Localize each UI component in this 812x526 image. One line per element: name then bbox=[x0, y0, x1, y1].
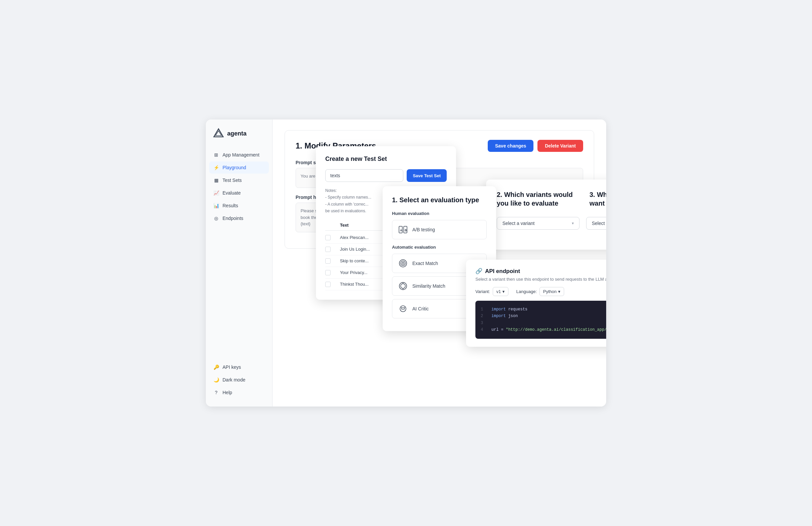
api-icon: 🔗 bbox=[475, 268, 482, 275]
sidebar-item-dark-mode[interactable]: 🌙 Dark mode bbox=[209, 374, 269, 386]
variant-label: Variant: bbox=[475, 289, 490, 294]
logo-text: agenta bbox=[227, 130, 247, 137]
row-checkbox[interactable] bbox=[325, 270, 331, 275]
sidebar: agenta ⊞ App Management ⚡ Playground ▦ T… bbox=[206, 119, 273, 407]
human-eval-section: Human evaluation A B A/B testing bbox=[392, 211, 487, 239]
save-testset-button[interactable]: Save Test Set bbox=[407, 169, 447, 182]
api-description: Select a variant then use this endpoint … bbox=[475, 277, 606, 282]
variants-dropdowns: Select a variant ▾ Select a Test set ▾ bbox=[497, 217, 606, 230]
testset-select-label: Select a Test set bbox=[592, 221, 606, 226]
testset-select-dropdown[interactable]: Select a Test set ▾ bbox=[586, 217, 606, 230]
api-card-title: 🔗 API endpoint bbox=[475, 268, 606, 275]
circle-icon: ◎ bbox=[213, 215, 219, 221]
brain-icon bbox=[398, 303, 408, 314]
language-select[interactable]: Python ▾ bbox=[539, 287, 564, 296]
svg-point-8 bbox=[402, 262, 404, 264]
create-testset-title: Create a new Test Set bbox=[325, 156, 447, 162]
app-container: agenta ⊞ App Management ⚡ Playground ▦ T… bbox=[206, 119, 606, 407]
api-controls: Variant: v1 ▾ Language: Python ▾ Copy bbox=[475, 287, 606, 296]
svg-point-15 bbox=[404, 308, 405, 308]
variants-col2-title: 2. Which variants would you like to eval… bbox=[497, 190, 576, 208]
question-icon: ? bbox=[213, 389, 219, 396]
sidebar-item-label: Results bbox=[222, 203, 238, 208]
exact-match-label: Exact Match bbox=[412, 261, 438, 266]
svg-point-14 bbox=[401, 308, 402, 308]
auto-eval-label: Automatic evaluation bbox=[392, 245, 487, 250]
row-checkbox[interactable] bbox=[325, 258, 331, 264]
human-eval-label: Human evaluation bbox=[392, 211, 487, 216]
sidebar-nav: ⊞ App Management ⚡ Playground ▦ Test Set… bbox=[206, 149, 272, 361]
ai-critic-label: AI Critic bbox=[412, 306, 429, 311]
table-icon: ▦ bbox=[213, 177, 219, 183]
delete-variant-button[interactable]: Delete Variant bbox=[537, 140, 583, 152]
sidebar-item-label: Endpoints bbox=[222, 216, 243, 221]
sidebar-item-help[interactable]: ? Help bbox=[209, 386, 269, 398]
target-icon bbox=[398, 258, 408, 269]
svg-text:B: B bbox=[405, 229, 407, 232]
api-endpoint-card: 🔗 API endpoint Select a variant then use… bbox=[466, 260, 606, 347]
sidebar-item-playground[interactable]: ⚡ Playground bbox=[209, 161, 269, 173]
similarity-match-label: Similarity Match bbox=[412, 283, 445, 289]
coin-icon bbox=[398, 281, 408, 292]
code-line-4: 4 url = "http://demo.agenta.ai/classific… bbox=[481, 326, 606, 333]
sidebar-item-label: API keys bbox=[222, 365, 241, 370]
save-changes-button[interactable]: Save changes bbox=[488, 140, 534, 152]
grid-icon: ⊞ bbox=[213, 152, 219, 158]
chevron-down-icon: ▾ bbox=[558, 289, 561, 294]
sidebar-item-results[interactable]: 📊 Results bbox=[209, 200, 269, 212]
main-content: 1. Modify Parameters Save changes Delete… bbox=[273, 119, 606, 407]
ab-testing-label: A/B testing bbox=[412, 227, 435, 232]
bar-chart-icon: 📊 bbox=[213, 203, 219, 209]
sidebar-item-endpoints[interactable]: ◎ Endpoints bbox=[209, 212, 269, 224]
chevron-down-icon: ▾ bbox=[503, 289, 505, 294]
sidebar-item-label: Evaluate bbox=[222, 190, 241, 196]
code-line-2: 2 import json bbox=[481, 313, 606, 319]
variant-select[interactable]: v1 ▾ bbox=[493, 287, 508, 296]
logo-icon bbox=[213, 128, 224, 140]
chevron-down-icon: ▾ bbox=[572, 221, 574, 226]
sidebar-item-test-sets[interactable]: ▦ Test Sets bbox=[209, 174, 269, 186]
eval-step-title: 1. Select an evaluation type bbox=[392, 196, 487, 204]
moon-icon: 🌙 bbox=[213, 377, 219, 383]
header-buttons: Save changes Delete Variant bbox=[488, 140, 583, 152]
sidebar-item-label: Playground bbox=[222, 165, 246, 170]
svg-point-10 bbox=[401, 284, 405, 288]
row-checkbox[interactable] bbox=[325, 282, 331, 287]
ab-testing-button[interactable]: A B A/B testing bbox=[392, 220, 487, 239]
sidebar-item-app-management[interactable]: ⊞ App Management bbox=[209, 149, 269, 161]
variant-control: Variant: v1 ▾ Language: Python ▾ bbox=[475, 287, 564, 296]
svg-text:A: A bbox=[400, 229, 402, 232]
chart-line-icon: 📈 bbox=[213, 190, 219, 196]
code-block: 1 import requests 2 import json 3 4 url … bbox=[475, 301, 606, 339]
key-icon: 🔑 bbox=[213, 364, 219, 370]
ab-icon: A B bbox=[398, 224, 408, 235]
testset-name-input[interactable] bbox=[325, 169, 403, 182]
variants-testset-card: 2. Which variants would you like to eval… bbox=[486, 180, 606, 250]
code-line-1: 1 import requests bbox=[481, 306, 606, 313]
row-checkbox[interactable] bbox=[325, 235, 331, 240]
variants-header: 2. Which variants would you like to eval… bbox=[497, 190, 606, 208]
sidebar-item-api-keys[interactable]: 🔑 API keys bbox=[209, 361, 269, 373]
sidebar-item-label: Help bbox=[222, 390, 232, 395]
row-checkbox[interactable] bbox=[325, 247, 331, 252]
sidebar-item-label: App Management bbox=[222, 152, 260, 158]
code-line-3: 3 bbox=[481, 320, 606, 326]
testset-input-row: Save Test Set bbox=[325, 169, 447, 182]
variant-select-dropdown[interactable]: Select a variant ▾ bbox=[497, 217, 579, 230]
sidebar-item-label: Dark mode bbox=[222, 377, 245, 383]
sidebar-bottom: 🔑 API keys 🌙 Dark mode ? Help bbox=[206, 361, 272, 398]
logo: agenta bbox=[206, 128, 272, 149]
bolt-icon: ⚡ bbox=[213, 165, 219, 171]
language-label: Language: bbox=[517, 289, 537, 294]
sidebar-item-evaluate[interactable]: 📈 Evaluate bbox=[209, 187, 269, 199]
sidebar-item-label: Test Sets bbox=[222, 177, 242, 183]
variant-select-label: Select a variant bbox=[503, 221, 535, 226]
variants-col3-title: 3. Which testset you want to use? bbox=[590, 190, 606, 208]
